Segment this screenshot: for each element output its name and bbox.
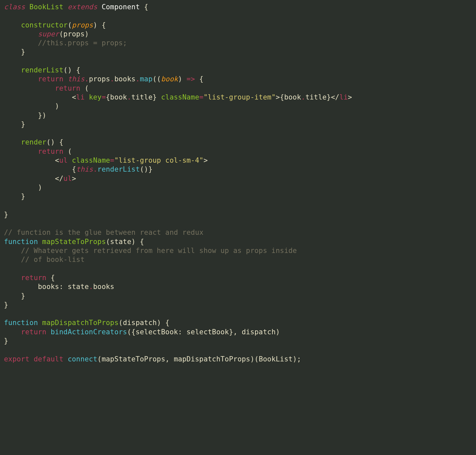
code-line: </ul> [4, 175, 76, 183]
code-line: <li key={book.title} className="list-gro… [4, 93, 352, 101]
code-line: // function is the glue between react an… [4, 228, 204, 236]
code-line: books: state.books [4, 283, 114, 291]
code-line: } [4, 192, 25, 200]
code-line: ) [4, 184, 42, 191]
code-line: <ul className="list-group col-sm-4"> [4, 156, 208, 164]
code-line: }) [4, 111, 46, 119]
code-line: function mapDispatchToProps(dispatch) { [4, 319, 170, 327]
code-line: render() { [4, 138, 63, 146]
code-line: function mapStateToProps(state) { [4, 238, 144, 246]
code-line: constructor(props) { [4, 21, 106, 29]
code-line: export default connect(mapStateToProps, … [4, 355, 301, 363]
code-line: ) [4, 102, 59, 110]
code-editor[interactable]: class BookList extends Component { const… [0, 0, 476, 366]
code-line: //this.props = props; [4, 39, 127, 47]
code-line: return bindActionCreators({selectBook: s… [4, 328, 280, 336]
code-line: } [4, 211, 8, 219]
code-line: renderList() { [4, 66, 80, 74]
code-line: // of book-list [4, 256, 85, 264]
code-line: } [4, 48, 25, 56]
code-line: return { [4, 274, 55, 282]
code-line: class BookList extends Component { [4, 3, 148, 11]
code-line: {this.renderList()} [4, 165, 153, 173]
code-line: } [4, 301, 8, 309]
code-line: } [4, 292, 25, 300]
code-line: // Whatever gets retrieved from here wil… [4, 247, 297, 255]
code-line: return this.props.books.map((book) => { [4, 75, 204, 83]
code-line: return ( [4, 147, 72, 155]
code-line: } [4, 120, 25, 128]
code-line: } [4, 337, 8, 345]
code-line: return ( [4, 84, 89, 92]
code-line: super(props) [4, 30, 89, 38]
